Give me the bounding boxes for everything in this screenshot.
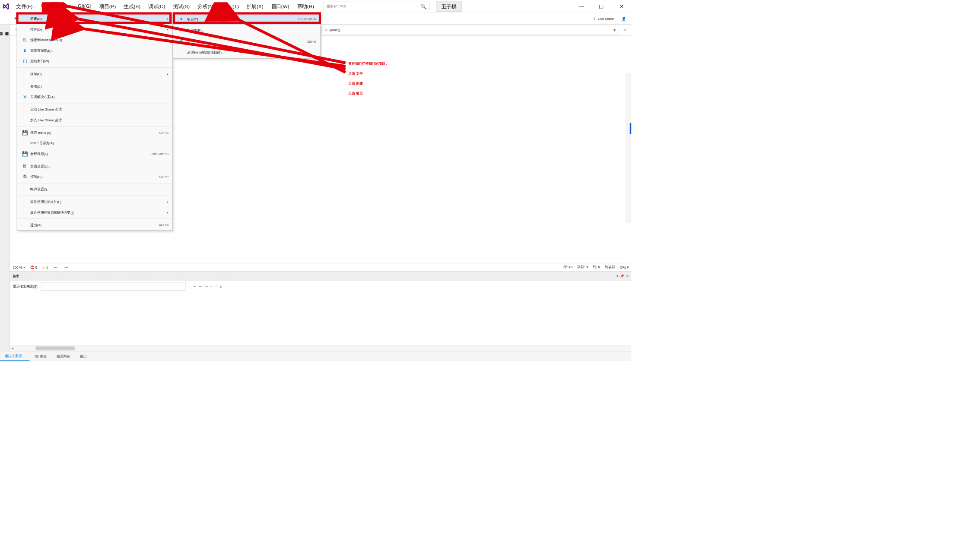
file-menu-item[interactable]: ⎘连接到 codespace(D) xyxy=(17,35,172,46)
new-submenu-item[interactable]: 从现有代码创建项目(E)... xyxy=(173,47,321,58)
file-menu-item[interactable]: ✕关闭解决方案(T) xyxy=(17,92,172,102)
file-menu-item[interactable]: 退出(X)Alt+F4 xyxy=(17,220,172,231)
file-menu-item[interactable]: 🖶打印(P)...Ctrl+P xyxy=(17,171,172,182)
file-menu-item[interactable]: 新建(N)▸ xyxy=(17,14,172,25)
file-menu: 新建(N)▸打开(O)▸⎘连接到 codespace(D)⬇克隆存储库(E)..… xyxy=(17,13,173,231)
member-combo[interactable]: ⚙game() xyxy=(321,26,619,34)
menu-build[interactable]: 生成(B) xyxy=(120,0,144,13)
close-icon[interactable]: ✕ xyxy=(626,274,629,278)
search-placeholder: 搜索 (Ctrl+Q) xyxy=(327,4,346,9)
bottom-tabs: 解决方案资... Git 更改 错误列表 输出 xyxy=(0,351,632,361)
file-menu-item[interactable]: 打开(O)▸ xyxy=(17,24,172,35)
sidebar-tab-server-explorer[interactable]: 服务器资源管理器 xyxy=(4,27,10,351)
minimize-button[interactable]: — xyxy=(571,0,591,13)
nav-extra-icon[interactable]: ⚙ xyxy=(620,28,629,32)
dropdown-icon[interactable]: ▾ xyxy=(617,274,618,278)
output-title: 输出 xyxy=(13,274,19,278)
tool-icon[interactable]: ⇤ xyxy=(199,285,202,288)
file-menu-item[interactable]: test.c 另存为(A)... xyxy=(17,138,172,149)
menubar: 文件(F) 编 视图(V) Git(G) 项目(P) 生成(B) 调试(D) 测… xyxy=(12,0,318,13)
vs-logo-icon xyxy=(0,0,12,12)
user-icon: 👤 xyxy=(622,16,626,20)
errors-indicator[interactable]: ⛔ 0 xyxy=(30,265,37,269)
status-line: 行: 49 xyxy=(563,265,572,269)
horizontal-scrollbar[interactable]: ◂ xyxy=(10,345,631,351)
editor-statusbar: 100 % ▾ ⛔ 0 ⚠ 1 ← → 行: 49 字符: 3 列: 6 制表符… xyxy=(10,263,631,271)
file-menu-item[interactable]: 最近使用过的文件(F)▸ xyxy=(17,196,172,207)
pin-icon[interactable]: 📌 xyxy=(620,274,624,278)
menu-debug[interactable]: 调试(D) xyxy=(144,0,169,13)
titlebar: 文件(F) 编 视图(V) Git(G) 项目(P) 生成(B) 调试(D) 测… xyxy=(0,0,632,13)
tool-icon[interactable]: ⇤ xyxy=(194,285,196,288)
file-menu-item[interactable]: ⬇克隆存储库(E)... xyxy=(17,45,172,56)
window-buttons: — ▢ ✕ xyxy=(571,0,631,13)
menu-analyze[interactable]: 分析(N) xyxy=(194,0,218,13)
live-share[interactable]: ⇪ Live Share 👤 xyxy=(587,16,631,20)
maximize-button[interactable]: ▢ xyxy=(591,0,611,13)
file-menu-item[interactable]: 帐户设置(I)... xyxy=(17,184,172,195)
vertical-scrollbar[interactable] xyxy=(625,73,631,223)
tool-icon[interactable]: ≡ xyxy=(210,285,213,288)
solution-name: 五子棋 xyxy=(436,1,461,12)
output-source-combo[interactable] xyxy=(41,282,186,290)
tab-git-changes[interactable]: Git 更改 xyxy=(29,351,51,361)
menu-extensions[interactable]: 扩展(X) xyxy=(243,0,267,13)
file-menu-item[interactable]: ☐启动窗口(W) xyxy=(17,56,172,67)
status-col: 列: 6 xyxy=(593,265,600,269)
file-menu-item[interactable]: 添加(D)▸ xyxy=(17,69,172,79)
file-menu-item[interactable]: 启动 Live Share 会话 xyxy=(17,104,172,115)
file-menu-item[interactable]: 💾全部保存(L)Ctrl+Shift+S xyxy=(17,149,172,159)
file-menu-item[interactable]: 最近使用的项目和解决方案(J)▸ xyxy=(17,207,172,218)
new-submenu-item[interactable]: ✦存储库(R)... xyxy=(173,25,321,36)
tab-output[interactable]: 输出 xyxy=(75,351,92,361)
file-menu-item[interactable]: 🗎页面设置(U)... xyxy=(17,161,172,172)
menu-git[interactable]: Git(G) xyxy=(74,0,95,13)
zoom-combo[interactable]: 100 % ▾ xyxy=(13,265,25,269)
status-tabs: 制表符 xyxy=(605,265,615,269)
sidebar-tab-toolbox[interactable]: 工具箱 xyxy=(0,27,4,351)
nav-back-icon[interactable]: ← xyxy=(53,264,59,270)
new-submenu-item[interactable]: ✦项目(P)...Ctrl+Shift+N xyxy=(173,14,321,25)
menu-project[interactable]: 项目(P) xyxy=(95,0,120,13)
menu-edit[interactable]: 编 xyxy=(36,0,49,13)
output-source-label: 显示输出来源(S): xyxy=(13,284,38,289)
tool-icon[interactable]: ⎌ xyxy=(220,285,222,288)
file-menu-item[interactable]: 加入 Live Share 会话... xyxy=(17,115,172,126)
search-input[interactable]: 搜索 (Ctrl+Q) 🔍 xyxy=(324,2,429,11)
output-text[interactable] xyxy=(10,292,631,345)
menu-help[interactable]: 帮助(H) xyxy=(293,0,318,13)
status-eol: CRLF xyxy=(620,265,629,269)
menu-test[interactable]: 测试(S) xyxy=(169,0,194,13)
file-menu-item[interactable]: 💾保存 test.c (S)Ctrl+S xyxy=(17,127,172,138)
share-icon: ⇪ xyxy=(593,16,595,20)
menu-window[interactable]: 窗口(W) xyxy=(267,0,293,13)
new-submenu: ✦项目(P)...Ctrl+Shift+N✦存储库(R)...🗎文件(F)Ctr… xyxy=(173,13,321,58)
close-button[interactable]: ✕ xyxy=(611,0,631,13)
annotation-text: 首先我们打开我们的项目， 点击 文件 点击 新建 点击 项目 xyxy=(348,58,388,98)
nav-fwd-icon[interactable]: → xyxy=(64,264,69,270)
menu-file[interactable]: 文件(F) xyxy=(12,0,36,13)
tab-solution-explorer[interactable]: 解决方案资... xyxy=(0,351,29,361)
menu-view[interactable]: 视图(V) xyxy=(49,0,74,13)
status-char: 字符: 3 xyxy=(577,265,588,269)
tool-icon[interactable]: ⇥ xyxy=(205,285,207,288)
new-submenu-item[interactable]: 🗎文件(F)Ctrl+N xyxy=(173,36,321,47)
menu-tools[interactable]: 工具(T) xyxy=(219,0,243,13)
warnings-indicator[interactable]: ⚠ 1 xyxy=(42,265,48,269)
file-menu-item[interactable]: 关闭(C) xyxy=(17,81,172,92)
tab-error-list[interactable]: 错误列表 xyxy=(51,351,75,361)
output-panel: 输出 ┈┈┈┈┈┈┈┈┈┈┈┈┈┈┈┈┈┈┈┈┈┈┈┈┈┈┈┈┈┈┈┈┈┈┈┈┈… xyxy=(10,271,631,345)
left-sidebar: 服务器资源管理器 工具箱 xyxy=(0,25,10,351)
search-icon: 🔍 xyxy=(420,3,426,9)
